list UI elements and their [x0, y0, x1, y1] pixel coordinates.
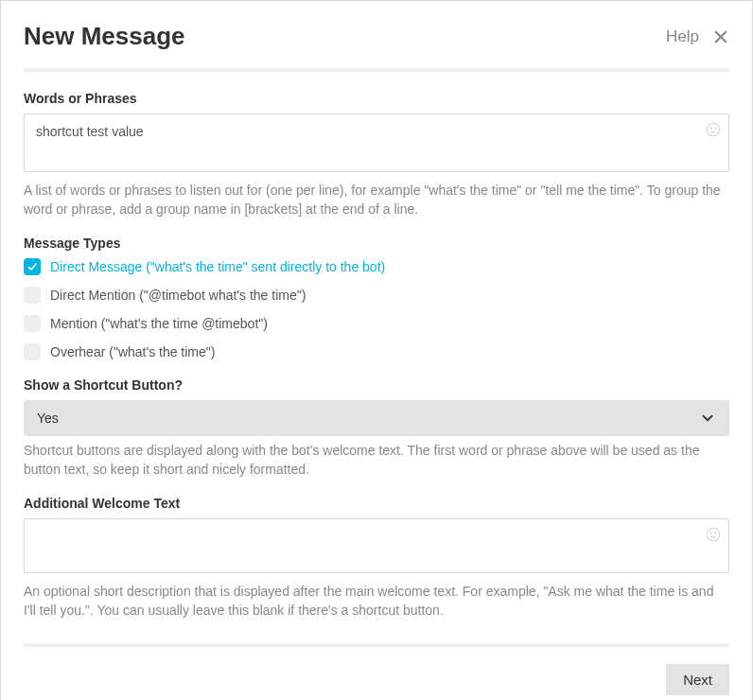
emoji-icon[interactable] [705, 121, 722, 142]
checkbox-icon [24, 258, 41, 275]
checkbox-overhear[interactable]: Overhear ("what's the time") [24, 343, 729, 360]
shortcut-helper: Shortcut buttons are displayed along wit… [24, 442, 729, 479]
svg-point-2 [707, 123, 720, 136]
help-link[interactable]: Help [666, 27, 699, 46]
new-message-modal: New Message Help Words or Phrases A list… [0, 0, 753, 700]
checkbox-direct-mention[interactable]: Direct Mention ("@timebot what's the tim… [24, 287, 729, 304]
checkbox-mention[interactable]: Mention ("what's the time @timebot") [24, 315, 729, 332]
words-label: Words or Phrases [24, 91, 729, 106]
welcome-label: Additional Welcome Text [24, 496, 729, 511]
svg-point-6 [710, 533, 711, 534]
svg-point-3 [710, 128, 711, 129]
message-types-label: Message Types [24, 236, 729, 251]
shortcut-label: Show a Shortcut Button? [24, 377, 729, 393]
header-divider [24, 68, 729, 72]
chevron-down-icon [699, 410, 716, 427]
emoji-icon[interactable] [705, 526, 722, 547]
svg-point-4 [715, 128, 716, 129]
welcome-helper: An optional short description that is di… [24, 583, 729, 620]
message-types-list: Direct Message ("what's the time" sent d… [24, 258, 729, 360]
page-title: New Message [24, 22, 185, 51]
shortcut-select[interactable]: Yes [24, 400, 729, 436]
checkbox-label: Overhear ("what's the time") [50, 344, 215, 359]
welcome-input[interactable] [24, 518, 729, 573]
close-icon[interactable] [712, 28, 729, 45]
checkbox-label: Mention ("what's the time @timebot") [50, 316, 268, 331]
svg-point-5 [707, 529, 720, 542]
checkbox-direct-message[interactable]: Direct Message ("what's the time" sent d… [24, 258, 729, 275]
checkbox-label: Direct Mention ("@timebot what's the tim… [50, 288, 306, 303]
shortcut-selected-value: Yes [37, 411, 59, 426]
checkbox-icon [24, 315, 41, 332]
words-input[interactable] [24, 114, 729, 172]
checkbox-icon [24, 287, 41, 304]
next-button[interactable]: Next [666, 664, 729, 695]
footer-divider [24, 643, 729, 647]
checkbox-label: Direct Message ("what's the time" sent d… [50, 259, 385, 274]
checkbox-icon [24, 343, 41, 360]
svg-point-7 [715, 533, 716, 534]
words-helper: A list of words or phrases to listen out… [24, 182, 729, 219]
